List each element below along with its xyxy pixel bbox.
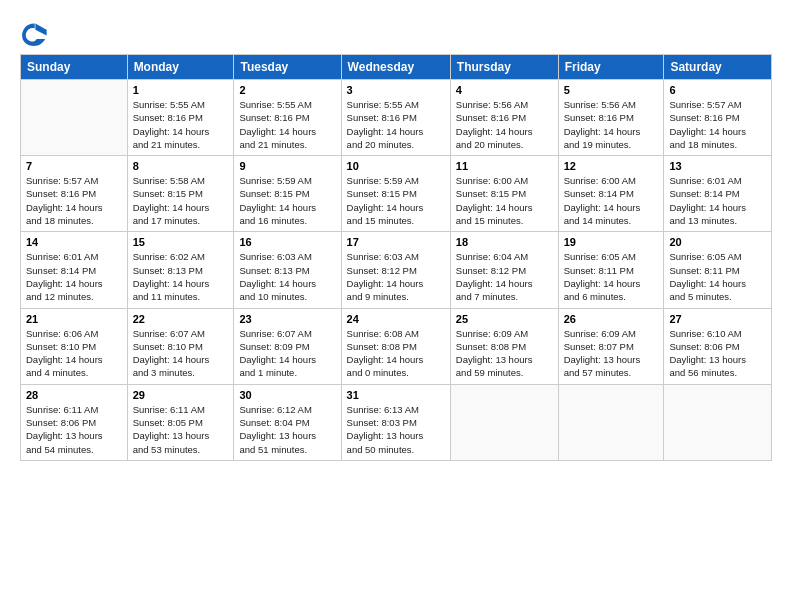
day-number: 25	[456, 313, 553, 325]
day-number: 11	[456, 160, 553, 172]
calendar-cell: 16Sunrise: 6:03 AMSunset: 8:13 PMDayligh…	[234, 232, 341, 308]
day-number: 17	[347, 236, 445, 248]
day-number: 29	[133, 389, 229, 401]
calendar-cell: 27Sunrise: 6:10 AMSunset: 8:06 PMDayligh…	[664, 308, 772, 384]
day-info: Sunrise: 6:09 AMSunset: 8:08 PMDaylight:…	[456, 327, 553, 380]
day-info: Sunrise: 5:59 AMSunset: 8:15 PMDaylight:…	[239, 174, 335, 227]
calendar-cell: 3Sunrise: 5:55 AMSunset: 8:16 PMDaylight…	[341, 80, 450, 156]
calendar-day-header: Thursday	[450, 55, 558, 80]
calendar-cell	[558, 384, 664, 460]
day-number: 21	[26, 313, 122, 325]
calendar-cell: 6Sunrise: 5:57 AMSunset: 8:16 PMDaylight…	[664, 80, 772, 156]
day-number: 5	[564, 84, 659, 96]
day-number: 6	[669, 84, 766, 96]
calendar-cell	[664, 384, 772, 460]
calendar-cell: 21Sunrise: 6:06 AMSunset: 8:10 PMDayligh…	[21, 308, 128, 384]
calendar-cell: 29Sunrise: 6:11 AMSunset: 8:05 PMDayligh…	[127, 384, 234, 460]
day-info: Sunrise: 6:05 AMSunset: 8:11 PMDaylight:…	[669, 250, 766, 303]
calendar-table: SundayMondayTuesdayWednesdayThursdayFrid…	[20, 54, 772, 461]
calendar-cell: 23Sunrise: 6:07 AMSunset: 8:09 PMDayligh…	[234, 308, 341, 384]
calendar-cell: 24Sunrise: 6:08 AMSunset: 8:08 PMDayligh…	[341, 308, 450, 384]
calendar-day-header: Sunday	[21, 55, 128, 80]
day-info: Sunrise: 6:11 AMSunset: 8:05 PMDaylight:…	[133, 403, 229, 456]
day-number: 8	[133, 160, 229, 172]
calendar-cell: 20Sunrise: 6:05 AMSunset: 8:11 PMDayligh…	[664, 232, 772, 308]
calendar-cell: 30Sunrise: 6:12 AMSunset: 8:04 PMDayligh…	[234, 384, 341, 460]
day-info: Sunrise: 6:07 AMSunset: 8:10 PMDaylight:…	[133, 327, 229, 380]
calendar-week-row: 14Sunrise: 6:01 AMSunset: 8:14 PMDayligh…	[21, 232, 772, 308]
calendar-cell: 12Sunrise: 6:00 AMSunset: 8:14 PMDayligh…	[558, 156, 664, 232]
day-number: 16	[239, 236, 335, 248]
calendar-day-header: Friday	[558, 55, 664, 80]
day-info: Sunrise: 5:56 AMSunset: 8:16 PMDaylight:…	[456, 98, 553, 151]
day-number: 23	[239, 313, 335, 325]
day-info: Sunrise: 5:57 AMSunset: 8:16 PMDaylight:…	[669, 98, 766, 151]
day-number: 9	[239, 160, 335, 172]
day-number: 26	[564, 313, 659, 325]
day-info: Sunrise: 6:01 AMSunset: 8:14 PMDaylight:…	[669, 174, 766, 227]
calendar-cell: 28Sunrise: 6:11 AMSunset: 8:06 PMDayligh…	[21, 384, 128, 460]
day-info: Sunrise: 5:55 AMSunset: 8:16 PMDaylight:…	[133, 98, 229, 151]
calendar-cell	[21, 80, 128, 156]
day-number: 18	[456, 236, 553, 248]
day-number: 30	[239, 389, 335, 401]
calendar-cell: 9Sunrise: 5:59 AMSunset: 8:15 PMDaylight…	[234, 156, 341, 232]
day-number: 27	[669, 313, 766, 325]
day-number: 19	[564, 236, 659, 248]
calendar-cell: 17Sunrise: 6:03 AMSunset: 8:12 PMDayligh…	[341, 232, 450, 308]
day-info: Sunrise: 5:56 AMSunset: 8:16 PMDaylight:…	[564, 98, 659, 151]
day-info: Sunrise: 6:06 AMSunset: 8:10 PMDaylight:…	[26, 327, 122, 380]
day-info: Sunrise: 6:11 AMSunset: 8:06 PMDaylight:…	[26, 403, 122, 456]
day-info: Sunrise: 6:13 AMSunset: 8:03 PMDaylight:…	[347, 403, 445, 456]
calendar-cell: 4Sunrise: 5:56 AMSunset: 8:16 PMDaylight…	[450, 80, 558, 156]
calendar-week-row: 7Sunrise: 5:57 AMSunset: 8:16 PMDaylight…	[21, 156, 772, 232]
day-info: Sunrise: 6:00 AMSunset: 8:14 PMDaylight:…	[564, 174, 659, 227]
day-info: Sunrise: 6:00 AMSunset: 8:15 PMDaylight:…	[456, 174, 553, 227]
calendar-day-header: Saturday	[664, 55, 772, 80]
calendar-cell: 5Sunrise: 5:56 AMSunset: 8:16 PMDaylight…	[558, 80, 664, 156]
calendar-cell: 11Sunrise: 6:00 AMSunset: 8:15 PMDayligh…	[450, 156, 558, 232]
day-info: Sunrise: 5:55 AMSunset: 8:16 PMDaylight:…	[347, 98, 445, 151]
day-number: 2	[239, 84, 335, 96]
calendar-week-row: 28Sunrise: 6:11 AMSunset: 8:06 PMDayligh…	[21, 384, 772, 460]
calendar-cell: 18Sunrise: 6:04 AMSunset: 8:12 PMDayligh…	[450, 232, 558, 308]
day-info: Sunrise: 6:04 AMSunset: 8:12 PMDaylight:…	[456, 250, 553, 303]
day-number: 14	[26, 236, 122, 248]
day-info: Sunrise: 5:59 AMSunset: 8:15 PMDaylight:…	[347, 174, 445, 227]
day-number: 10	[347, 160, 445, 172]
day-number: 20	[669, 236, 766, 248]
calendar-cell: 26Sunrise: 6:09 AMSunset: 8:07 PMDayligh…	[558, 308, 664, 384]
day-info: Sunrise: 5:55 AMSunset: 8:16 PMDaylight:…	[239, 98, 335, 151]
calendar-week-row: 21Sunrise: 6:06 AMSunset: 8:10 PMDayligh…	[21, 308, 772, 384]
calendar-day-header: Tuesday	[234, 55, 341, 80]
calendar-cell: 22Sunrise: 6:07 AMSunset: 8:10 PMDayligh…	[127, 308, 234, 384]
calendar-cell: 2Sunrise: 5:55 AMSunset: 8:16 PMDaylight…	[234, 80, 341, 156]
day-number: 4	[456, 84, 553, 96]
calendar-week-row: 1Sunrise: 5:55 AMSunset: 8:16 PMDaylight…	[21, 80, 772, 156]
calendar-cell: 25Sunrise: 6:09 AMSunset: 8:08 PMDayligh…	[450, 308, 558, 384]
day-number: 1	[133, 84, 229, 96]
day-info: Sunrise: 6:09 AMSunset: 8:07 PMDaylight:…	[564, 327, 659, 380]
calendar-cell: 31Sunrise: 6:13 AMSunset: 8:03 PMDayligh…	[341, 384, 450, 460]
day-number: 24	[347, 313, 445, 325]
calendar-cell: 15Sunrise: 6:02 AMSunset: 8:13 PMDayligh…	[127, 232, 234, 308]
calendar-cell: 7Sunrise: 5:57 AMSunset: 8:16 PMDaylight…	[21, 156, 128, 232]
day-number: 7	[26, 160, 122, 172]
day-info: Sunrise: 6:10 AMSunset: 8:06 PMDaylight:…	[669, 327, 766, 380]
day-info: Sunrise: 6:02 AMSunset: 8:13 PMDaylight:…	[133, 250, 229, 303]
calendar-cell	[450, 384, 558, 460]
day-info: Sunrise: 6:08 AMSunset: 8:08 PMDaylight:…	[347, 327, 445, 380]
calendar-cell: 14Sunrise: 6:01 AMSunset: 8:14 PMDayligh…	[21, 232, 128, 308]
logo-icon	[20, 20, 48, 48]
day-number: 13	[669, 160, 766, 172]
day-info: Sunrise: 6:03 AMSunset: 8:13 PMDaylight:…	[239, 250, 335, 303]
calendar-cell: 19Sunrise: 6:05 AMSunset: 8:11 PMDayligh…	[558, 232, 664, 308]
calendar-day-header: Wednesday	[341, 55, 450, 80]
day-info: Sunrise: 6:05 AMSunset: 8:11 PMDaylight:…	[564, 250, 659, 303]
main-container: SundayMondayTuesdayWednesdayThursdayFrid…	[0, 0, 792, 471]
day-number: 28	[26, 389, 122, 401]
day-info: Sunrise: 6:12 AMSunset: 8:04 PMDaylight:…	[239, 403, 335, 456]
logo	[20, 20, 52, 48]
header	[20, 16, 772, 48]
day-info: Sunrise: 5:58 AMSunset: 8:15 PMDaylight:…	[133, 174, 229, 227]
